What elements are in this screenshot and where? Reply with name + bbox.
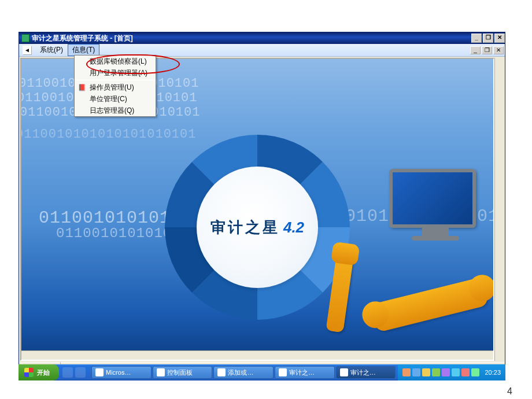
tray-icon[interactable] xyxy=(452,368,460,376)
app-icon xyxy=(217,368,226,376)
product-name: 审计之星 xyxy=(210,217,280,238)
titlebar[interactable]: 审计之星系统管理子系统 - [首页] _ ❐ ✕ xyxy=(19,32,505,44)
blank-icon xyxy=(77,68,87,77)
back-button[interactable]: ◄ xyxy=(23,46,32,55)
menu-log-manager[interactable]: 日志管理器(Q) xyxy=(75,105,156,116)
app-icon xyxy=(95,368,104,376)
tray-icon[interactable] xyxy=(442,368,450,376)
blank-icon xyxy=(77,57,87,66)
menu-info[interactable]: 信息(T) xyxy=(68,44,99,56)
blank-icon xyxy=(77,94,87,104)
restore-button[interactable]: ❐ xyxy=(483,34,493,43)
quick-launch-desktop[interactable] xyxy=(75,367,86,378)
menu-user-login-manager[interactable]: 用户登录管理器(A) xyxy=(75,67,156,79)
product-version: 4.2 xyxy=(283,219,304,237)
app-icon xyxy=(157,368,165,376)
mdi-restore-button[interactable]: ❐ xyxy=(482,46,492,54)
task-label: 添加或… xyxy=(228,368,253,377)
tray-icon[interactable] xyxy=(471,368,479,376)
task-label: 审计之… xyxy=(289,368,315,377)
menu-operator-management[interactable]: 📕 操作员管理(U) xyxy=(75,82,156,93)
wrench-graphic xyxy=(370,277,489,333)
mdi-close-button[interactable]: ✕ xyxy=(493,46,504,54)
taskbar-clock[interactable]: 20:23 xyxy=(485,369,501,376)
start-button[interactable]: 开始 xyxy=(19,364,59,380)
task-control-panel[interactable]: 控制面板 xyxy=(153,366,213,379)
task-add-remove[interactable]: 添加或… xyxy=(213,366,274,379)
slide-page-number: 4 xyxy=(507,386,512,397)
app-icon xyxy=(340,368,348,376)
app-icon xyxy=(21,34,29,42)
menu-item-label: 单位管理(C) xyxy=(90,94,127,104)
menu-item-label: 操作员管理(U) xyxy=(90,83,134,93)
menu-db-lock-detector[interactable]: 数据库锁侦察器(L) xyxy=(75,56,156,67)
mdi-window-buttons: _ ❐ ✕ xyxy=(469,46,504,54)
close-button[interactable]: ✕ xyxy=(494,34,505,43)
app-icon xyxy=(279,368,287,376)
menu-item-label: 数据库锁侦察器(L) xyxy=(90,57,147,66)
task-label: 控制面板 xyxy=(167,368,193,377)
book-icon: 📕 xyxy=(77,83,87,92)
blank-icon xyxy=(77,106,87,115)
task-audit-1[interactable]: 审计之… xyxy=(275,366,335,379)
windows-flag-icon xyxy=(24,368,34,377)
start-label: 开始 xyxy=(37,368,50,377)
tray-icon[interactable] xyxy=(412,368,420,376)
info-dropdown-menu: 数据库锁侦察器(L) 用户登录管理器(A) 📕 操作员管理(U) 单位管理(C)… xyxy=(74,55,156,117)
mdi-minimize-button[interactable]: _ xyxy=(470,46,481,54)
tray-icon[interactable] xyxy=(432,368,440,376)
menu-separator xyxy=(76,80,154,80)
windows-taskbar: 开始 Micros… 控制面板 添加或… 审计之… 审计之… 20:23 xyxy=(19,364,505,380)
window-buttons: _ ❐ ✕ xyxy=(470,34,505,43)
tray-icon[interactable] xyxy=(461,368,470,376)
task-label: 审计之… xyxy=(350,368,376,377)
task-microsoft[interactable]: Micros… xyxy=(91,366,152,379)
vertical-scrollbar[interactable] xyxy=(494,58,504,361)
wheel-center: 审计之星 4.2 xyxy=(197,167,318,288)
logo-wheel: 审计之星 4.2 xyxy=(159,129,356,326)
quick-launch-ie[interactable] xyxy=(62,367,73,378)
menu-item-label: 日志管理器(Q) xyxy=(90,106,134,116)
tray-icon[interactable] xyxy=(422,368,430,376)
menu-system[interactable]: 系统(P) xyxy=(35,44,68,56)
minimize-button[interactable]: _ xyxy=(471,34,482,43)
taskbar-tasks: Micros… 控制面板 添加或… 审计之… 审计之… xyxy=(89,366,398,379)
task-label: Micros… xyxy=(106,369,131,376)
menu-unit-management[interactable]: 单位管理(C) xyxy=(75,93,156,105)
quick-launch xyxy=(59,367,89,378)
menu-item-label: 用户登录管理器(A) xyxy=(90,68,147,78)
window-title: 审计之星系统管理子系统 - [首页] xyxy=(32,34,133,43)
horizontal-scrollbar[interactable] xyxy=(21,350,493,360)
monitor-graphic xyxy=(389,169,482,244)
system-tray: 20:23 xyxy=(398,364,505,380)
tray-icon[interactable] xyxy=(402,368,411,376)
task-audit-2[interactable]: 审计之… xyxy=(336,366,396,379)
